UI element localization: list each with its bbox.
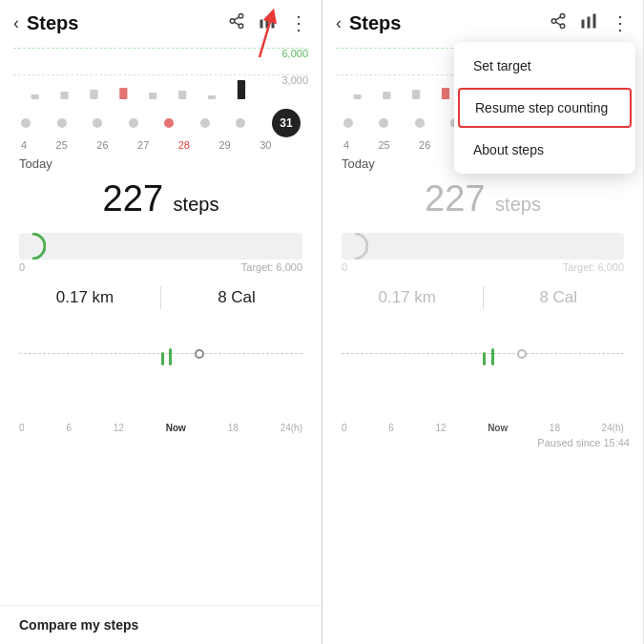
right-distance-value: 0.17 km	[379, 288, 436, 306]
right-date-label: 26	[419, 139, 430, 151]
distance-stat: 0.17 km	[19, 288, 151, 307]
left-progress-bar: 0 Target: 6,000	[19, 233, 302, 273]
right-title: Steps	[349, 12, 550, 34]
distance-value: 0.17 km	[56, 288, 114, 306]
steps-count: 227 steps	[19, 178, 302, 219]
svg-point-1	[230, 18, 235, 23]
chart-dot	[129, 118, 138, 128]
progress-labels: 0 Target: 6,000	[19, 261, 302, 273]
right-share-icon[interactable]	[550, 12, 567, 34]
svg-rect-25	[593, 13, 596, 28]
svg-point-19	[551, 18, 556, 23]
date-label: 30	[260, 139, 271, 151]
timeline-label: 18	[228, 423, 239, 433]
timeline-label: 24(h)	[280, 423, 302, 433]
right-timeline-label-now: Now	[488, 423, 508, 433]
svg-rect-26	[353, 94, 361, 99]
right-chart-icon[interactable]	[580, 12, 597, 34]
right-steps-count: 227 steps	[342, 178, 624, 219]
chart-dot	[164, 118, 174, 128]
right-progress-zero: 0	[342, 261, 347, 273]
today-label: Today	[19, 156, 302, 171]
svg-line-21	[555, 22, 560, 25]
svg-rect-14	[149, 93, 156, 99]
right-chart-dot	[343, 118, 353, 128]
left-timeline: 0 6 12 Now 18 24(h)	[19, 326, 302, 433]
dropdown-resume-step-counting[interactable]: Resume step counting	[458, 88, 632, 128]
svg-rect-13	[119, 88, 127, 99]
date-label: 25	[56, 139, 68, 151]
date-label-red: 28	[178, 139, 190, 151]
right-header: ‹ Steps ⋮	[322, 0, 643, 42]
right-timeline-label: 18	[550, 423, 560, 433]
timeline-label: 6	[66, 423, 72, 433]
paused-label: Paused since 15:44	[322, 435, 643, 450]
chart-dot	[21, 118, 31, 128]
right-timeline-label: 24(h)	[602, 423, 624, 433]
svg-rect-24	[588, 16, 591, 28]
svg-rect-17	[238, 80, 245, 99]
svg-rect-15	[178, 91, 186, 99]
date-label: 29	[218, 139, 230, 151]
right-calories-value: 8 Cal	[539, 288, 577, 306]
right-progress-labels: 0 Target: 6,000	[342, 261, 624, 273]
chart-dot	[236, 118, 245, 128]
svg-point-18	[560, 13, 565, 18]
left-more-icon[interactable]: ⋮	[289, 11, 308, 34]
left-stats-row: 0.17 km 8 Cal	[0, 286, 322, 309]
right-more-icon[interactable]: ⋮	[611, 11, 630, 34]
svg-line-22	[555, 16, 560, 19]
left-header: ‹ Steps ⋮	[0, 0, 322, 42]
dropdown-set-target[interactable]: Set target	[454, 46, 635, 86]
right-stat-divider	[483, 286, 484, 309]
stat-divider	[160, 286, 161, 309]
left-date-row: 4 25 26 27 28 29 30	[13, 137, 308, 151]
right-timeline-label: 12	[435, 423, 446, 433]
svg-rect-12	[90, 90, 97, 99]
right-date-label: 4	[343, 139, 349, 151]
left-back-button[interactable]: ‹	[13, 13, 19, 33]
compare-button[interactable]: Compare my steps	[0, 605, 322, 644]
timeline-label: 0	[19, 423, 25, 433]
date-label: 27	[137, 139, 149, 151]
date-label: 26	[96, 139, 108, 151]
date-label: 4	[21, 139, 27, 151]
right-timeline: 0 6 12 Now 18 24(h)	[342, 326, 624, 433]
svg-rect-27	[383, 92, 390, 99]
right-stats-row: 0.17 km 8 Cal	[322, 286, 643, 309]
right-progress-target: Target: 6,000	[563, 261, 624, 273]
right-distance-stat: 0.17 km	[342, 288, 473, 307]
calories-stat: 8 Cal	[171, 288, 302, 307]
right-back-button[interactable]: ‹	[336, 13, 342, 33]
right-chart-dot	[379, 118, 388, 128]
right-date-label: 25	[378, 139, 389, 151]
right-progress-bar: 0 Target: 6,000	[342, 233, 624, 273]
svg-point-20	[560, 24, 565, 29]
right-calories-stat: 8 Cal	[493, 288, 625, 307]
left-title: Steps	[27, 12, 228, 34]
svg-rect-16	[208, 95, 216, 99]
svg-rect-28	[412, 90, 420, 99]
left-phone-panel: ‹ Steps ⋮	[0, 0, 322, 644]
left-today-section: Today 227 steps	[0, 147, 322, 233]
right-timeline-label: 0	[342, 423, 347, 433]
right-timeline-label: 6	[388, 423, 394, 433]
timeline-label-now: Now	[166, 423, 186, 433]
right-steps-word: steps	[495, 194, 541, 215]
right-chart-dot	[415, 118, 425, 128]
progress-target: Target: 6,000	[241, 261, 302, 273]
svg-rect-29	[442, 88, 449, 99]
chart-dot-active[interactable]: 31	[272, 109, 301, 137]
dropdown-menu: Set target Resume step counting About st…	[454, 42, 635, 174]
chart-dot	[93, 118, 102, 128]
svg-rect-11	[60, 92, 68, 99]
chart-dot	[57, 118, 67, 128]
timeline-labels: 0 6 12 Now 18 24(h)	[19, 423, 302, 433]
svg-line-9	[260, 15, 272, 57]
right-timeline-labels: 0 6 12 Now 18 24(h)	[342, 423, 624, 433]
svg-rect-23	[582, 19, 585, 28]
dropdown-about-steps[interactable]: About steps	[454, 130, 635, 170]
red-arrow-annotation	[236, 8, 283, 64]
svg-rect-10	[31, 94, 39, 99]
steps-word: steps	[174, 194, 219, 215]
